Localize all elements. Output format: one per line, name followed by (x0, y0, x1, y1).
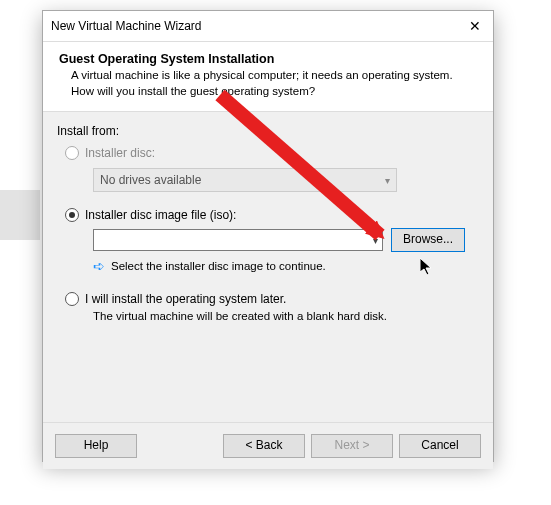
wizard-body: Install from: Installer disc: No drives … (43, 112, 493, 422)
radio-installer-disc: Installer disc: (65, 146, 479, 160)
chevron-down-icon: ▾ (373, 235, 378, 246)
header-title: Guest Operating System Installation (59, 52, 477, 66)
cancel-button[interactable]: Cancel (399, 434, 481, 458)
iso-row: ▾ Browse... (93, 228, 479, 252)
iso-path-combo[interactable]: ▾ (93, 229, 383, 251)
radio-icon (65, 292, 79, 306)
install-from-label: Install from: (57, 124, 479, 138)
chevron-down-icon: ▾ (385, 175, 390, 186)
browse-button[interactable]: Browse... (391, 228, 465, 252)
background-strip (0, 190, 40, 240)
radio-icon (65, 208, 79, 222)
iso-hint: ➪ Select the installer disc image to con… (93, 258, 479, 274)
radio-icon (65, 146, 79, 160)
wizard-header: Guest Operating System Installation A vi… (43, 42, 493, 112)
radio-later[interactable]: I will install the operating system late… (65, 292, 479, 306)
window-title: New Virtual Machine Wizard (51, 19, 465, 33)
radio-label: Installer disc image file (iso): (85, 208, 236, 222)
titlebar: New Virtual Machine Wizard ✕ (43, 11, 493, 42)
drives-combo-text: No drives available (100, 173, 201, 187)
wizard-footer: Help < Back Next > Cancel (43, 422, 493, 469)
later-description: The virtual machine will be created with… (93, 310, 479, 322)
help-button[interactable]: Help (55, 434, 137, 458)
hint-text: Select the installer disc image to conti… (111, 260, 326, 272)
radio-label: I will install the operating system late… (85, 292, 286, 306)
option-installer-disc: Installer disc: No drives available ▾ (65, 146, 479, 192)
option-later: I will install the operating system late… (65, 292, 479, 322)
wizard-dialog: New Virtual Machine Wizard ✕ Guest Opera… (42, 10, 494, 462)
drives-combo: No drives available ▾ (93, 168, 397, 192)
back-button[interactable]: < Back (223, 434, 305, 458)
close-icon[interactable]: ✕ (465, 18, 485, 34)
arrow-right-icon: ➪ (93, 258, 105, 274)
next-button: Next > (311, 434, 393, 458)
radio-label: Installer disc: (85, 146, 155, 160)
header-description: A virtual machine is like a physical com… (59, 68, 477, 99)
radio-iso[interactable]: Installer disc image file (iso): (65, 208, 479, 222)
option-iso: Installer disc image file (iso): ▾ Brows… (65, 208, 479, 274)
